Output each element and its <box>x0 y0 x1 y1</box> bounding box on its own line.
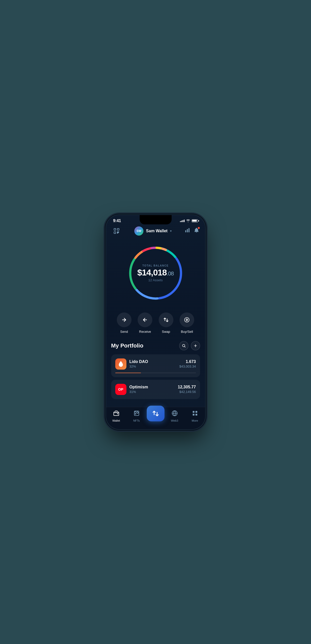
lido-progress-bar <box>115 373 196 373</box>
receive-button[interactable]: Receive <box>138 312 152 334</box>
more-nav-icon <box>192 410 198 418</box>
lido-amounts: 1.673 $43,003.34 <box>179 359 196 368</box>
balance-amount: $14,018.08 <box>137 268 174 277</box>
swap-label: Swap <box>162 330 170 334</box>
buysell-label: Buy/Sell <box>181 330 193 334</box>
nav-more[interactable]: More <box>185 410 205 422</box>
nav-wallet[interactable]: Wallet <box>106 410 126 422</box>
buysell-icon <box>179 312 194 327</box>
lido-amount: 1.673 <box>179 359 196 364</box>
search-button[interactable] <box>179 341 188 350</box>
header-right-icons <box>185 227 199 234</box>
lido-value: $43,003.34 <box>179 365 196 368</box>
svg-rect-2 <box>114 232 116 234</box>
web3-nav-icon <box>172 410 178 418</box>
web3-nav-label: Web3 <box>171 419 178 422</box>
svg-point-18 <box>117 413 118 414</box>
phone-frame: 9:41 <box>106 215 205 429</box>
notification-dot <box>198 227 200 229</box>
swap-button[interactable]: Swap <box>159 312 173 334</box>
send-button[interactable]: Send <box>117 312 132 334</box>
lido-progress-fill <box>115 373 141 373</box>
wallet-nav-icon <box>113 410 119 418</box>
portfolio-actions <box>179 341 200 350</box>
send-label: Send <box>120 330 128 334</box>
status-icons <box>180 219 198 222</box>
svg-rect-25 <box>195 414 197 416</box>
donut-center: TOTAL BALANCE $14,018.08 12 Assets <box>137 264 174 282</box>
scan-button[interactable] <box>112 226 121 236</box>
balance-assets-count: 12 Assets <box>137 278 174 282</box>
wifi-icon <box>186 219 190 222</box>
optimism-percentage: 31% <box>129 390 148 394</box>
svg-rect-0 <box>114 228 116 230</box>
lido-name: Lido DAO <box>129 359 148 364</box>
avatar: SW <box>134 226 143 236</box>
svg-rect-5 <box>189 228 190 233</box>
asset-card-lido[interactable]: Lido DAO 32% 1.673 $43,003.34 <box>111 354 200 377</box>
nfts-nav-icon <box>134 410 140 418</box>
svg-rect-1 <box>117 228 119 230</box>
status-time: 9:41 <box>113 219 121 223</box>
nfts-nav-label: NFTs <box>133 419 140 422</box>
balance-chart-area: TOTAL BALANCE $14,018.08 12 Assets <box>106 239 205 305</box>
screen: 9:41 <box>106 215 205 429</box>
nav-nfts[interactable]: NFTs <box>126 410 147 422</box>
balance-cents: .08 <box>167 270 174 277</box>
svg-point-20 <box>135 413 136 414</box>
chevron-down-icon: ▾ <box>170 229 172 233</box>
optimism-info: Optimism 31% <box>129 385 148 394</box>
wallet-name: Sam Wallet <box>146 229 168 233</box>
svg-rect-24 <box>193 414 194 416</box>
buysell-button[interactable]: Buy/Sell <box>179 312 194 334</box>
lido-info: Lido DAO 32% <box>129 359 148 368</box>
portfolio-header: My Portfolio <box>111 341 200 350</box>
nav-center-button[interactable] <box>147 406 165 421</box>
header-nav: SW Sam Wallet ▾ <box>106 223 205 239</box>
portfolio-section: My Portfolio <box>106 336 205 399</box>
optimism-amount: 12,305.77 <box>178 385 196 389</box>
more-nav-label: More <box>192 419 198 422</box>
lido-percentage: 32% <box>129 365 148 368</box>
svg-rect-22 <box>193 411 194 413</box>
optimism-amounts: 12,305.77 $42,149.56 <box>178 385 196 394</box>
lido-icon <box>115 358 126 370</box>
svg-rect-3 <box>185 230 186 232</box>
action-buttons: Send Receive Swap <box>106 305 205 336</box>
portfolio-title: My Portfolio <box>111 342 143 349</box>
donut-chart: TOTAL BALANCE $14,018.08 12 Assets <box>124 241 187 305</box>
optimism-name: Optimism <box>129 385 148 389</box>
receive-label: Receive <box>139 330 151 334</box>
svg-rect-4 <box>187 229 188 232</box>
optimism-value: $42,149.56 <box>178 390 196 394</box>
receive-icon <box>138 312 152 327</box>
optimism-icon: OP <box>115 384 126 395</box>
signal-bars-icon <box>180 220 185 222</box>
add-asset-button[interactable] <box>191 341 200 350</box>
bottom-nav: Wallet NFTs <box>106 407 205 429</box>
wallet-nav-label: Wallet <box>112 419 120 422</box>
send-icon <box>117 312 132 327</box>
swap-icon <box>159 312 173 327</box>
chart-button[interactable] <box>185 227 190 234</box>
battery-icon <box>192 219 198 222</box>
notification-button[interactable] <box>194 227 199 234</box>
nav-web3[interactable]: Web3 <box>165 410 185 422</box>
asset-card-optimism[interactable]: OP Optimism 31% 12,305.77 $42,149.56 <box>111 380 200 399</box>
balance-label: TOTAL BALANCE <box>137 264 174 267</box>
notch <box>140 215 172 224</box>
wallet-selector[interactable]: SW Sam Wallet ▾ <box>134 226 172 236</box>
svg-rect-23 <box>195 411 197 413</box>
